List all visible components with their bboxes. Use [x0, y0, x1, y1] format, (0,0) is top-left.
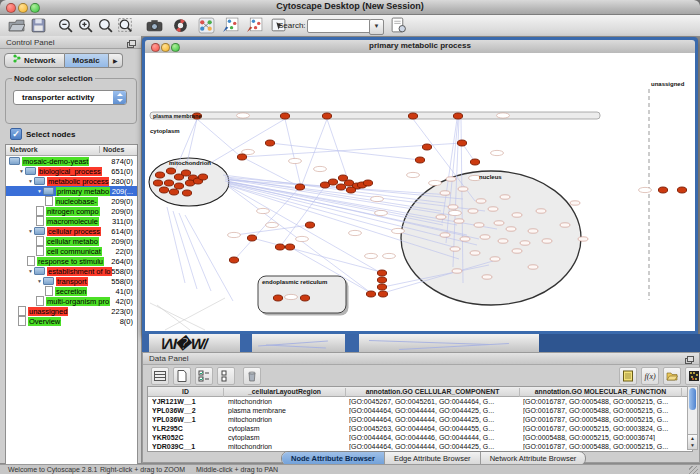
tree-row[interactable]: ▼establishment of lo558(0) — [6, 266, 137, 276]
tree-row[interactable]: macromolecule311(0) — [6, 216, 137, 226]
tree-row[interactable]: nitrogen compo209(0) — [6, 206, 137, 216]
protein-node — [300, 295, 309, 301]
tree-row[interactable]: ▼metabolic process280(0) — [6, 176, 137, 186]
table-scrollbar[interactable]: ▲▼ — [687, 386, 698, 450]
tree-row[interactable]: ▼primary metabo209(... — [6, 186, 137, 196]
tree-row-node-count: 558(0) — [111, 267, 133, 276]
tree-row[interactable]: ▼cellular process614(0) — [6, 226, 137, 236]
network-overview-icon[interactable] — [198, 17, 215, 34]
table-scrollbar-thumb[interactable] — [689, 388, 696, 410]
node-label-capsule — [228, 232, 241, 237]
formula-icon[interactable]: f(x) — [641, 367, 659, 385]
tree-row[interactable]: ▼transport558(0) — [6, 276, 137, 286]
network-edge — [225, 181, 443, 225]
network-file-icon — [18, 306, 26, 316]
data-panel-toolbar: f(x) — [143, 365, 699, 385]
tree-expand-icon[interactable]: ▼ — [36, 276, 43, 286]
search-dropdown-arrow[interactable]: ▼ — [369, 19, 384, 35]
notes-icon[interactable] — [619, 367, 637, 385]
table-row[interactable]: YLR295Ccytoplasm[GO:0045263, GO:0044464,… — [148, 424, 692, 433]
import-folder-icon[interactable] — [663, 367, 681, 385]
tree-row[interactable]: nucleobase-209(0) — [6, 196, 137, 206]
tree-row[interactable]: secretion41(0) — [6, 286, 137, 296]
main-toolbar: Search: ▼ — [0, 15, 700, 37]
tree-row[interactable]: unassigned223(0) — [6, 306, 137, 316]
help-icon[interactable] — [172, 17, 189, 34]
network-tree-rows: mosaic-demo-yeast874(0)▼biological_proce… — [6, 156, 137, 326]
search-input[interactable] — [307, 19, 371, 33]
tree-row-label: establishment of lo — [47, 267, 112, 276]
copy-network-icon[interactable] — [246, 17, 263, 34]
zoom-out-icon[interactable] — [57, 17, 74, 34]
column-go-molecular-function[interactable]: annotation.GO MOLECULAR_FUNCTION — [520, 388, 682, 397]
tree-expand-icon[interactable]: ▼ — [27, 176, 34, 186]
save-icon[interactable] — [30, 17, 47, 34]
select-first-neighbors-icon[interactable] — [222, 17, 239, 34]
float-panel-icon[interactable] — [685, 356, 694, 364]
network-canvas-container[interactable]: plasma membranecytoplasmmitochondrionnuc… — [145, 53, 695, 331]
region-label: mitochondrion — [169, 160, 211, 166]
table-cell: YJR121W__1 — [152, 398, 222, 405]
protein-node — [275, 244, 284, 250]
protein-node — [273, 295, 282, 301]
tree-expand-icon[interactable]: ▼ — [27, 266, 34, 276]
nucleus-node — [458, 187, 468, 191]
column-id[interactable]: ID — [148, 388, 224, 397]
column-cellular-layout-region[interactable]: _cellularLayoutRegion — [224, 388, 346, 397]
protein-node — [366, 291, 375, 297]
snapshot-icon[interactable] — [146, 17, 163, 34]
zoom-selected-icon[interactable] — [97, 17, 114, 34]
protein-node — [377, 270, 386, 276]
table-row[interactable]: YJR121W__1mitochondrion[GO:0045267, GO:0… — [148, 397, 692, 406]
zoom-fit-icon[interactable] — [117, 17, 134, 34]
tree-row[interactable]: Overview8(0) — [6, 316, 137, 326]
table-scrollbar-arrows[interactable]: ▲▼ — [688, 434, 697, 449]
node-color-dropdown[interactable]: transporter activity — [13, 90, 127, 105]
column-go-cellular-component[interactable]: annotation.GO CELLULAR_COMPONENT — [346, 388, 520, 397]
node-label-capsule — [266, 222, 279, 227]
select-nodes-checkbox[interactable]: ✓ — [10, 128, 22, 140]
zoom-in-icon[interactable] — [77, 17, 94, 34]
new-attribute-icon[interactable] — [173, 367, 191, 385]
network-file-icon — [27, 256, 35, 266]
tree-column-nodes[interactable]: Nodes — [99, 146, 124, 153]
tree-column-network[interactable]: Network — [10, 146, 38, 153]
delete-attribute-icon[interactable] — [243, 367, 261, 385]
tree-expand-icon[interactable]: ▼ — [36, 186, 43, 196]
tree-expand-icon[interactable]: ▼ — [18, 166, 25, 176]
configure-search-icon[interactable] — [390, 17, 407, 34]
attribute-list-icon[interactable] — [217, 367, 235, 385]
resize-grip[interactable] — [689, 466, 698, 474]
tab-mosaic[interactable]: Mosaic — [65, 53, 109, 68]
float-panel-icon[interactable] — [127, 39, 136, 47]
network-edge — [187, 119, 197, 163]
tab-overflow-arrow[interactable]: ▶ — [109, 53, 123, 68]
tree-row-node-count: 209(... — [112, 187, 133, 196]
tree-row[interactable]: cell communicat22(0) — [6, 246, 137, 256]
tree-expand-icon[interactable]: ▼ — [27, 226, 34, 236]
matrix-icon[interactable] — [685, 367, 700, 385]
table-row[interactable]: YDR039C__1mitochondrion[GO:0044464, GO:0… — [148, 442, 692, 451]
tree-row[interactable]: multi-organism pro42(0) — [6, 296, 137, 306]
tree-row[interactable]: ▼biological_process651(0) — [6, 166, 137, 176]
open-icon[interactable] — [8, 17, 25, 34]
protein-node — [285, 244, 294, 250]
protein-node — [169, 189, 178, 195]
table-row[interactable]: YPL036W__1mitochondrion[GO:0044464, GO:0… — [148, 415, 692, 424]
node-color-selection-label: Node color selection — [12, 74, 95, 83]
protein-node — [336, 184, 345, 190]
network-view-titlebar[interactable]: primary metabolic process — [145, 40, 695, 54]
tree-row[interactable]: response to stimulu264(0) — [6, 256, 137, 266]
tab-network[interactable]: Network — [4, 53, 65, 68]
tree-row[interactable]: cellular metabo209(0) — [6, 236, 137, 246]
table-row[interactable]: YKR052Ccytoplasm[GO:0044464, GO:0044446,… — [148, 433, 692, 442]
background-watermark: \ΛI�W/ — [159, 335, 209, 352]
attribute-grid-icon[interactable] — [151, 367, 169, 385]
nucleus-node — [512, 213, 522, 217]
node-label-capsule — [296, 236, 309, 241]
tree-row[interactable]: mosaic-demo-yeast874(0) — [6, 156, 137, 166]
table-row[interactable]: YPL036W__2plasma membrane[GO:0044464, GO… — [148, 406, 692, 415]
table-cell: YLR295C — [152, 425, 222, 432]
status-pan-hint: Middle-click + drag to PAN — [196, 466, 278, 473]
select-attributes-icon[interactable] — [195, 367, 213, 385]
